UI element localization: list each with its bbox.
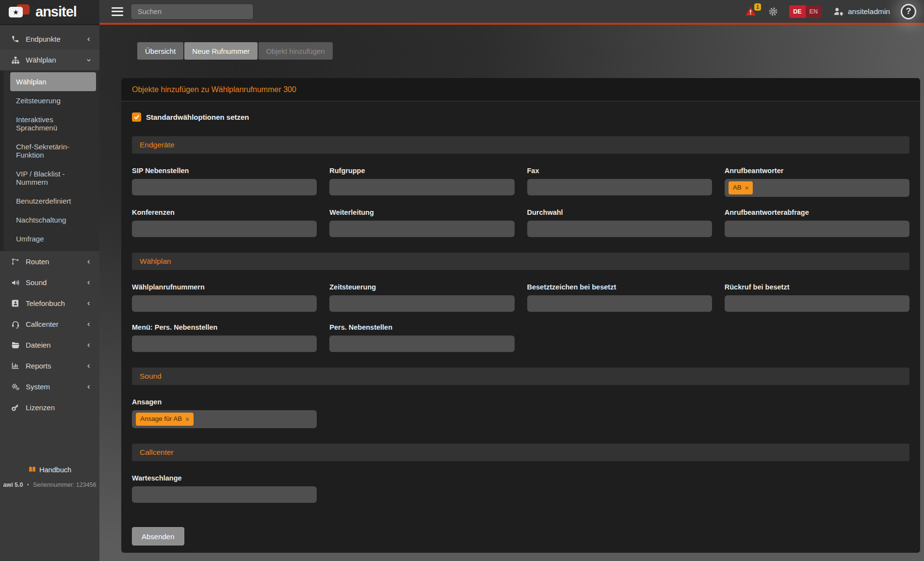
tag-remove-icon[interactable]: × — [185, 416, 189, 423]
tag-label: AB — [733, 184, 742, 192]
star-icon: ★ — [13, 9, 19, 16]
routes-icon — [11, 257, 20, 266]
konferenzen-input[interactable] — [132, 221, 317, 237]
durchwahl-input[interactable] — [527, 221, 712, 237]
chart-bar-icon — [11, 361, 20, 370]
sidebar-item-routen[interactable]: Routen — [0, 251, 99, 272]
weiterleitung-input[interactable] — [329, 221, 514, 237]
section-endgeraete-fields: SIP Nebenstellen Rufgruppe Fax Anru — [132, 167, 909, 237]
field-rufgruppe: Rufgruppe — [329, 167, 514, 197]
submenu-item-waehlplan[interactable]: Wählplan — [10, 72, 96, 91]
chevron-down-icon — [86, 57, 92, 63]
section-header-endgeraete: Endgeräte — [132, 136, 909, 154]
sidebar-item-label: System — [26, 383, 86, 391]
chevron-left-icon — [86, 342, 92, 348]
chevron-left-icon — [86, 36, 92, 42]
section-waehlplan-fields: Wählplanrufnummern Zeitsteuerung Besetzt… — [132, 283, 909, 352]
sidebar-item-label: Routen — [26, 257, 86, 266]
checkbox-checked-icon[interactable] — [132, 112, 141, 122]
sip-nebenstellen-input[interactable] — [132, 179, 317, 195]
field-label: Besetztzeichen bei besetzt — [527, 283, 712, 291]
ansagen-input[interactable]: Ansage für AB × — [132, 410, 317, 428]
section-sound-fields: Ansagen Ansage für AB × — [132, 398, 909, 428]
alerts-count-badge: 1 — [754, 3, 761, 11]
sidebar-item-reports[interactable]: Reports — [0, 355, 99, 376]
search-input[interactable] — [131, 4, 253, 19]
anrufbeantworterabfrage-input[interactable] — [725, 221, 909, 237]
gears-icon — [11, 382, 20, 391]
sidebar-item-endpunkte[interactable]: Endpunkte — [0, 29, 99, 49]
pers-nebenstellen-input[interactable] — [329, 336, 514, 352]
sidebar-item-lizenzen[interactable]: Lizenzen — [0, 397, 99, 418]
sidebar-item-label: Telefonbuch — [26, 299, 86, 307]
sidebar-item-callcenter[interactable]: Callcenter — [0, 314, 99, 335]
section-header-sound: Sound — [132, 368, 909, 385]
book-icon — [28, 465, 36, 474]
field-waehlplanrufnummern: Wählplanrufnummern — [132, 283, 317, 312]
sitemap-icon — [11, 55, 20, 64]
version-info: awi 5.0 • Seriennummer: 123456 — [0, 481, 99, 488]
help-button[interactable]: ? — [901, 4, 916, 19]
field-anrufbeantworter: Anrufbeantworter AB × — [725, 167, 909, 197]
tag-remove-icon[interactable]: × — [745, 184, 749, 192]
chevron-left-icon — [86, 363, 92, 369]
lang-en-button[interactable]: EN — [806, 5, 822, 18]
fax-input[interactable] — [527, 179, 712, 195]
submenu-item-interaktives-sprachmenue[interactable]: Interaktives Sprachmenü — [10, 110, 96, 137]
settings-gear-icon[interactable] — [768, 6, 778, 17]
warteschlange-input[interactable] — [132, 486, 317, 503]
submenu-item-benutzerdefiniert[interactable]: Benutzerdefiniert — [10, 192, 96, 210]
rufgruppe-input[interactable] — [329, 179, 514, 195]
panel-title: Objekte hinzufügen zu Wählplanrufnummer … — [121, 78, 920, 101]
zeitsteuerung-input[interactable] — [329, 295, 514, 312]
sidebar-item-telefonbuch[interactable]: Telefonbuch — [0, 293, 99, 314]
field-label: SIP Nebenstellen — [132, 167, 317, 175]
tab-uebersicht[interactable]: Übersicht — [137, 42, 183, 60]
manual-link[interactable]: Handbuch — [28, 465, 71, 474]
sidebar-item-waehlplan[interactable]: Wählplan — [0, 49, 99, 70]
field-fax: Fax — [527, 167, 712, 197]
field-label: Warteschlange — [132, 474, 317, 482]
menue-pers-nebenstellen-input[interactable] — [132, 336, 317, 352]
brand-logo[interactable]: ★ ansitel — [0, 0, 99, 25]
language-switcher: DE EN — [789, 5, 822, 18]
main-area: 1 DE EN ansiteladmin ? — [99, 0, 924, 561]
standard-options-checkbox-row[interactable]: Standardwähloptionen setzen — [132, 112, 909, 122]
question-mark-icon: ? — [906, 6, 911, 16]
alerts-button[interactable]: 1 — [745, 6, 757, 17]
sidebar-footer: Handbuch awi 5.0 • Seriennummer: 123456 — [0, 465, 99, 488]
folder-open-icon — [11, 340, 20, 350]
submit-button[interactable]: Absenden — [132, 527, 184, 545]
topbar-actions: 1 DE EN ansiteladmin ? — [745, 4, 918, 19]
submenu-item-nachtschaltung[interactable]: Nachtschaltung — [10, 210, 96, 229]
menu-toggle-button[interactable] — [112, 7, 123, 16]
submenu-item-vip-blacklist[interactable]: VIP / Blacklist - Nummern — [10, 164, 96, 192]
field-label: Rufgruppe — [329, 167, 514, 175]
field-menue-pers-nebenstellen: Menü: Pers. Nebenstellen — [132, 323, 317, 352]
lang-de-button[interactable]: DE — [789, 5, 805, 18]
submenu-item-chef-sekretaerin[interactable]: Chef-Sekretärin-Funktion — [10, 137, 96, 164]
version-label: awi 5.0 — [3, 481, 23, 488]
sidebar-item-label: Sound — [26, 278, 86, 287]
besetztzeichen-input[interactable] — [527, 295, 712, 312]
user-shield-icon — [832, 6, 844, 17]
chevron-left-icon — [86, 259, 92, 265]
submenu-item-umfrage[interactable]: Umfrage — [10, 229, 96, 248]
tag-label: Ansage für AB — [140, 415, 182, 423]
submenu-item-zeitsteuerung[interactable]: Zeitsteuerung — [10, 91, 96, 110]
waehlplanrufnummern-input[interactable] — [132, 295, 317, 312]
sidebar-item-label: Reports — [26, 362, 86, 370]
brand-name: ansitel — [35, 4, 77, 20]
anrufbeantworter-input[interactable]: AB × — [725, 179, 909, 197]
field-anrufbeantworterabfrage: Anrufbeantworterabfrage — [725, 208, 909, 237]
sidebar-item-sound[interactable]: Sound — [0, 272, 99, 293]
rueckruf-input[interactable] — [725, 295, 909, 312]
app-window: ★ ansitel Endpunkte Wählplan — [0, 0, 924, 561]
field-konferenzen: Konferenzen — [132, 208, 317, 237]
sidebar-item-system[interactable]: System — [0, 376, 99, 397]
field-sip-nebenstellen: SIP Nebenstellen — [132, 167, 317, 197]
sidebar-item-dateien[interactable]: Dateien — [0, 335, 99, 355]
user-menu[interactable]: ansiteladmin — [832, 6, 890, 17]
field-label: Zeitsteuerung — [329, 283, 514, 291]
tab-neue-rufnummer[interactable]: Neue Rufnummer — [184, 42, 257, 60]
